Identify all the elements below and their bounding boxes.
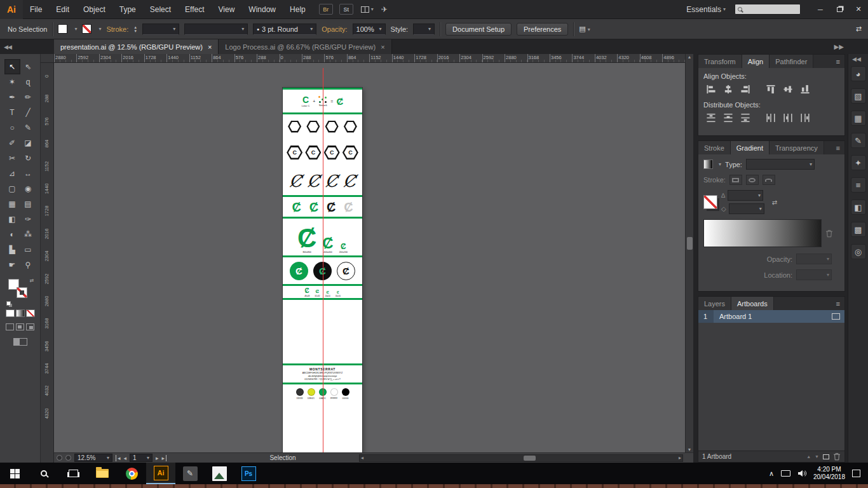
tab-artboards[interactable]: Artboards	[731, 297, 774, 310]
status-icon[interactable]	[65, 455, 71, 461]
tab-transparency[interactable]: Transparency	[770, 141, 824, 154]
rotate-tool[interactable]: ↻	[20, 151, 36, 166]
direct-selection-tool[interactable]: ⇖	[20, 59, 36, 74]
screen-mode-button[interactable]	[13, 338, 27, 346]
menu-item[interactable]: Help	[283, 0, 313, 18]
distribute-horizontal-right-button[interactable]	[797, 112, 813, 124]
scroll-left-icon[interactable]: ◂	[361, 455, 363, 461]
artboard-nav-select[interactable]: 1▾	[130, 454, 153, 462]
menu-item[interactable]: View	[212, 0, 242, 18]
zoom-tool[interactable]: ⚲	[20, 257, 36, 273]
status-icon[interactable]	[57, 455, 62, 461]
panel-menu-icon[interactable]: ≡	[836, 141, 844, 154]
none-mode-button[interactable]	[26, 309, 35, 317]
bridge-icon[interactable]: Br	[319, 4, 333, 15]
start-button[interactable]	[0, 463, 29, 484]
stroke-panel-icon[interactable]: ≡	[851, 177, 866, 193]
menu-item[interactable]: Select	[143, 0, 178, 18]
tab-pathfinder[interactable]: Pathfinder	[770, 55, 813, 68]
vertical-scrollbar[interactable]: ▲ ▼	[685, 54, 693, 452]
artboard-name[interactable]: Artboard 1	[714, 313, 832, 320]
column-graph-tool[interactable]: ▙	[4, 242, 20, 257]
horizontal-scrollbar[interactable]: ◂ ▸	[359, 454, 683, 462]
preferences-button[interactable]: Preferences	[517, 23, 568, 36]
document-setup-button[interactable]: Document Setup	[445, 23, 512, 36]
fill-color-swatch[interactable]	[58, 24, 67, 34]
collapse-toolbar-icon[interactable]: ◀◀	[0, 39, 41, 54]
move-artboard-up-icon[interactable]: ▲	[806, 454, 811, 459]
align-horizontal-center-button[interactable]	[721, 83, 736, 95]
delete-artboard-icon[interactable]	[833, 452, 841, 461]
stroke-color-swatch[interactable]	[82, 24, 92, 34]
network-icon[interactable]	[781, 470, 790, 477]
angle-select[interactable]: ▾	[728, 190, 763, 201]
artboard-row[interactable]: 1 Artboard 1	[698, 310, 844, 323]
prev-artboard-button[interactable]: ◂	[124, 455, 127, 461]
gradient-panel-icon[interactable]: ◧	[851, 200, 866, 215]
panel-menu-icon[interactable]: ≡	[836, 55, 844, 68]
delete-stop-icon[interactable]	[825, 229, 833, 238]
ellipse-tool[interactable]: ○	[4, 120, 20, 135]
horizontal-ruler[interactable]: 2880259223042016172814401152864576288028…	[54, 54, 685, 63]
eraser-tool[interactable]: ◪	[20, 135, 36, 151]
scroll-down-icon[interactable]: ▼	[686, 447, 693, 452]
draw-normal-icon[interactable]	[6, 323, 14, 330]
scale-tool[interactable]: ⊿	[4, 166, 20, 181]
scroll-right-icon[interactable]: ▸	[679, 455, 681, 461]
mesh-tool[interactable]: ▤	[20, 196, 36, 212]
photos-app-icon[interactable]	[205, 463, 234, 484]
arrange-documents-icon[interactable]: ▾	[361, 6, 374, 13]
tab-align[interactable]: Align	[742, 55, 770, 68]
menu-item[interactable]: Effect	[178, 0, 211, 18]
shape-builder-tool[interactable]: ◉	[20, 181, 36, 196]
stroke-swatch[interactable]	[17, 287, 27, 298]
search-input[interactable]	[735, 4, 801, 15]
scissors-tool[interactable]: ✂	[4, 151, 20, 166]
gradient-thumbnail[interactable]	[703, 159, 713, 169]
distribute-vertical-center-button[interactable]	[721, 112, 736, 124]
illustrator-taskbar-icon[interactable]: Ai	[146, 463, 175, 484]
scroll-up-icon[interactable]: ▲	[686, 55, 693, 59]
draw-inside-icon[interactable]	[26, 323, 34, 330]
gradient-slider[interactable]	[703, 219, 822, 247]
photoshop-icon[interactable]: Ps	[234, 463, 263, 484]
brush-select[interactable]: •3 pt. Round▾	[253, 24, 316, 35]
menu-item[interactable]: Window	[241, 0, 283, 18]
stroke-weight-select[interactable]: ▾	[142, 24, 179, 35]
tab-transform[interactable]: Transform	[698, 55, 742, 68]
stroke-gradient-within-icon[interactable]	[729, 175, 742, 185]
appearance-panel-icon[interactable]: ◎	[851, 244, 866, 259]
line-segment-tool[interactable]: ╱	[20, 105, 36, 120]
workspace-switcher[interactable]: Essentials▾	[686, 5, 726, 14]
vertical-scroll-thumb[interactable]	[687, 237, 693, 250]
selection-tool[interactable]: ↖	[4, 59, 20, 74]
distribute-vertical-top-button[interactable]	[703, 112, 719, 124]
close-button[interactable]: ✕	[849, 0, 868, 19]
artboard-icon[interactable]	[832, 313, 840, 320]
menu-item[interactable]: Edit	[49, 0, 76, 18]
stroke-label[interactable]: Stroke:	[106, 25, 128, 33]
align-options-icon[interactable]: ▤▾	[579, 25, 590, 33]
artboard-tool[interactable]: ▭	[20, 242, 36, 257]
menu-item[interactable]: File	[23, 0, 49, 18]
blend-tool[interactable]: ◐	[4, 227, 20, 242]
reverse-gradient-icon[interactable]: ⇄	[772, 199, 777, 206]
swatches-panel-icon[interactable]: ▦	[851, 111, 866, 126]
fill-stroke-control[interactable]: ⇄	[6, 278, 34, 306]
minimize-button[interactable]: ─	[811, 0, 830, 19]
tab-stroke[interactable]: Stroke	[698, 141, 731, 154]
tab-layers[interactable]: Layers	[698, 297, 731, 310]
swap-fill-stroke-icon[interactable]: ⇄	[30, 278, 34, 283]
width-tool[interactable]: ↔	[20, 166, 36, 181]
variable-width-select[interactable]: ▾	[184, 24, 248, 35]
ruler-origin[interactable]	[41, 54, 53, 63]
color-guide-panel-icon[interactable]: ▧	[851, 88, 866, 104]
transparency-panel-icon[interactable]: ▩	[851, 222, 866, 237]
document-tab[interactable]: Logo Process.ai @ 66.67% (RGB/GPU Previe…	[219, 39, 391, 54]
gradient-type-select[interactable]: ▾	[746, 159, 815, 170]
curvature-tool[interactable]: ✏	[20, 90, 36, 105]
taskbar-search-icon[interactable]	[29, 463, 58, 484]
last-artboard-button[interactable]: ▸	[162, 455, 167, 461]
gradient-mode-button[interactable]	[16, 309, 25, 317]
zoom-select[interactable]: 12.5%▾	[74, 454, 112, 462]
